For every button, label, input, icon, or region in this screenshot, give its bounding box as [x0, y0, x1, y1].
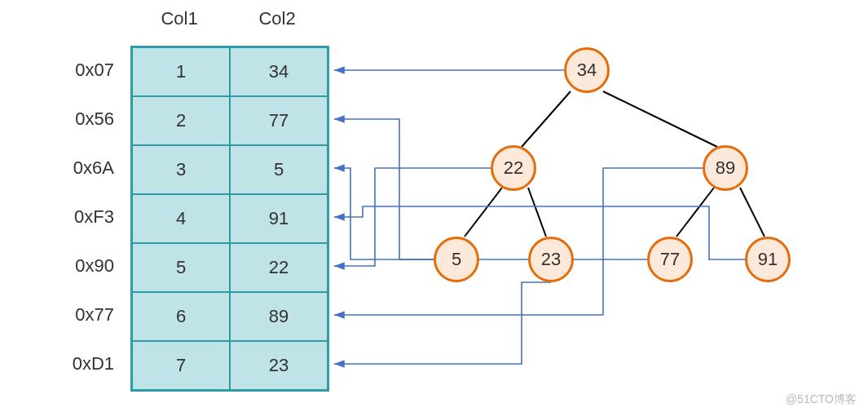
table-headers: Col1 Col2 — [130, 8, 326, 29]
row-address: 0x6A — [41, 144, 122, 193]
table-row: 1 34 — [132, 47, 328, 96]
tree-node-rl: 77 — [647, 237, 693, 282]
watermark: @51CTO博客 — [786, 392, 857, 407]
header-col1: Col1 — [130, 8, 228, 29]
tree-node-root: 34 — [564, 47, 610, 93]
tree-node-lr: 23 — [528, 237, 574, 282]
cell-col1: 7 — [132, 341, 230, 390]
cell-col2: 34 — [230, 47, 328, 96]
tree-node-ll: 5 — [434, 237, 479, 282]
table-row: 2 77 — [132, 96, 328, 145]
header-col2: Col2 — [228, 8, 326, 29]
cell-col2: 91 — [230, 194, 328, 243]
binary-tree: 34 22 89 5 23 77 91 — [342, 0, 848, 375]
cell-col2: 23 — [230, 341, 328, 390]
cell-col2: 77 — [230, 96, 328, 145]
table-row: 4 91 — [132, 194, 328, 243]
cell-col1: 6 — [132, 292, 230, 341]
table-row: 5 22 — [132, 243, 328, 292]
table-row: 6 89 — [132, 292, 328, 341]
cell-col1: 2 — [132, 96, 230, 145]
row-address: 0x77 — [41, 290, 122, 339]
cell-col1: 3 — [132, 145, 230, 194]
cell-col2: 5 — [230, 145, 328, 194]
cell-col1: 4 — [132, 194, 230, 243]
row-address: 0x56 — [41, 95, 122, 144]
row-address: 0x07 — [41, 46, 122, 95]
cell-col2: 89 — [230, 292, 328, 341]
cell-col1: 5 — [132, 243, 230, 292]
table-row: 3 5 — [132, 145, 328, 194]
tree-node-l: 22 — [491, 145, 536, 191]
tree-node-rr: 91 — [745, 237, 791, 282]
address-column: 0x07 0x56 0x6A 0xF3 0x90 0x77 0xD1 — [41, 46, 122, 388]
row-address: 0x90 — [41, 241, 122, 290]
cell-col1: 1 — [132, 47, 230, 96]
row-address: 0xF3 — [41, 193, 122, 241]
data-table: 1 34 2 77 3 5 4 91 5 22 6 89 7 23 — [130, 46, 329, 392]
tree-node-r: 89 — [703, 145, 748, 191]
row-address: 0xD1 — [41, 339, 122, 388]
cell-col2: 22 — [230, 243, 328, 292]
table-row: 7 23 — [132, 341, 328, 390]
